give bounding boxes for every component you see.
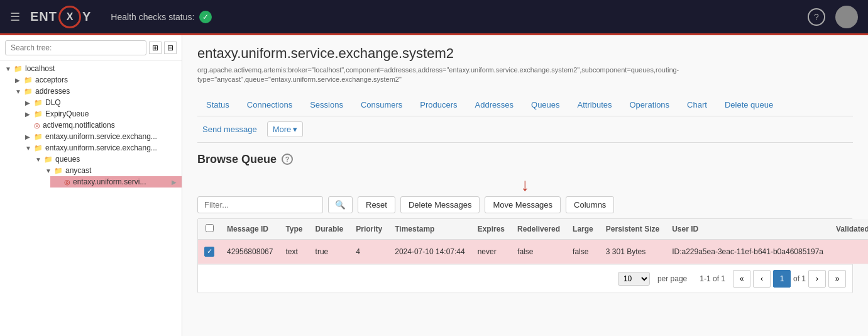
- help-icon[interactable]: ?: [808, 8, 825, 26]
- filter-input[interactable]: [197, 196, 323, 213]
- tab-delete-queue[interactable]: Delete queue: [716, 95, 782, 116]
- delete-messages-button[interactable]: Delete Messages: [400, 196, 480, 213]
- sidebar-item-localhost[interactable]: ▼ 📁 localhost: [0, 63, 182, 74]
- sidebar-item-acceptors[interactable]: ▶ 📁 acceptors: [10, 74, 182, 86]
- sidebar-item-addresses[interactable]: ▼ 📁 addresses: [10, 86, 182, 97]
- addresses-children: ▶ 📁 DLQ ▶ 📁 ExpiryQueue ▶ ◎ activemq: [10, 97, 182, 188]
- search-input[interactable]: [5, 40, 146, 55]
- caret-icon: ▶: [25, 111, 34, 118]
- folder-icon: 📁: [14, 65, 23, 73]
- page-range: 1-1 of 1: [700, 274, 725, 283]
- down-arrow-icon: ↓: [521, 176, 530, 194]
- localhost-children: ▶ 📁 acceptors ▼ 📁 addresses ▶ 📁 DLQ: [0, 74, 182, 188]
- browse-queue-title: Browse Queue ?: [197, 153, 853, 166]
- search-button[interactable]: 🔍: [328, 196, 353, 213]
- pagination-row: 10 20 50 100 per page 1-1 of 1 « ‹ 1 of …: [198, 264, 852, 293]
- sidebar-item-active-queue[interactable]: ▶ ◎ entaxy.uniform.servi... ▶: [50, 176, 182, 188]
- row-type: text: [279, 239, 309, 264]
- sidebar-item-label: entaxy.uniform.servi...: [73, 177, 146, 186]
- table-header-row: Message ID Type Durable Priority Timesta…: [198, 219, 868, 240]
- health-check-icon: ✓: [199, 11, 212, 23]
- tab-addresses[interactable]: Addresses: [466, 95, 522, 116]
- row-persistent-size: 3 301 Bytes: [600, 239, 666, 264]
- columns-button[interactable]: Columns: [566, 196, 614, 213]
- queues-children: ▼ 📁 anycast ▶ ◎ entaxy.uniform.servi...: [30, 165, 182, 188]
- first-page-button[interactable]: «: [733, 270, 750, 288]
- column-checkbox: [198, 219, 221, 240]
- arrow-indicator: ↓: [197, 176, 853, 194]
- tabs-row: Status Connections Sessions Consumers Pr…: [197, 95, 853, 116]
- page-title: entaxy.uniform.service.exchange.system2: [197, 45, 853, 62]
- next-page-button[interactable]: ›: [808, 270, 826, 288]
- sidebar-item-expiryqueue[interactable]: ▶ 📁 ExpiryQueue: [20, 108, 182, 120]
- caret-icon: ▶: [25, 133, 34, 140]
- folder-icon: 📁: [24, 76, 33, 84]
- tab-producers[interactable]: Producers: [411, 95, 466, 116]
- more-dropdown-button[interactable]: More ▾: [267, 121, 304, 137]
- tab-chart[interactable]: Chart: [678, 95, 716, 116]
- select-all-checkbox[interactable]: [206, 224, 214, 232]
- collapse-tree-button[interactable]: ⊟: [164, 42, 177, 54]
- chevron-right-icon: ▶: [172, 179, 177, 186]
- sidebar-item-anycast[interactable]: ▼ 📁 anycast: [40, 165, 182, 176]
- tab-queues[interactable]: Queues: [522, 95, 569, 116]
- folder-icon: 📁: [34, 110, 43, 118]
- sidebar-item-label: queues: [55, 155, 80, 164]
- caret-icon: ▶: [15, 77, 24, 84]
- prev-page-button[interactable]: ‹: [753, 270, 771, 288]
- folder-icon: 📁: [24, 87, 33, 96]
- column-type: Type: [279, 219, 309, 240]
- move-messages-button[interactable]: Move Messages: [485, 196, 561, 213]
- tab-attributes[interactable]: Attributes: [569, 95, 621, 116]
- file-icon: ◎: [64, 178, 70, 186]
- sidebar-item-entaxy-1[interactable]: ▶ 📁 entaxy.uniform.service.exchang...: [20, 131, 182, 142]
- avatar[interactable]: [835, 6, 858, 28]
- tab-connections[interactable]: Connections: [238, 95, 301, 116]
- per-page-label: per page: [657, 274, 687, 283]
- per-page-select[interactable]: 10 20 50 100: [618, 272, 650, 286]
- caret-icon: ▼: [5, 65, 14, 72]
- sidebar-item-entaxy-2[interactable]: ▼ 📁 entaxy.uniform.service.exchang...: [20, 142, 182, 154]
- reset-button[interactable]: Reset: [358, 196, 395, 213]
- chevron-down-icon: ▾: [293, 125, 297, 134]
- content-area: entaxy.uniform.service.exchange.system2 …: [182, 35, 868, 336]
- column-redelivered: Redelivered: [511, 219, 566, 240]
- tab-row-2: Send message More ▾: [197, 116, 853, 143]
- sidebar-item-label: DLQ: [45, 98, 61, 107]
- column-timestamp: Timestamp: [388, 219, 471, 240]
- sidebar-item-dlq[interactable]: ▶ 📁 DLQ: [20, 97, 182, 108]
- health-status: Health checks status: ✓: [111, 11, 212, 23]
- messages-table: Message ID Type Durable Priority Timesta…: [198, 219, 868, 264]
- sidebar-item-label: acceptors: [35, 76, 68, 84]
- row-priority: 4: [349, 239, 388, 264]
- column-user-id: User ID: [666, 219, 830, 240]
- caret-icon: ▼: [35, 156, 44, 163]
- browse-queue-help-icon[interactable]: ?: [282, 154, 293, 165]
- tree-root: ▼ 📁 localhost ▶ 📁 acceptors ▼ 📁 addresse…: [0, 61, 182, 189]
- tab-status[interactable]: Status: [197, 95, 238, 116]
- send-message-link[interactable]: Send message: [197, 122, 262, 137]
- logo: ENT X Y: [30, 6, 91, 28]
- row-validated-user: [830, 239, 868, 264]
- tab-sessions[interactable]: Sessions: [301, 95, 352, 116]
- logo-circle-letter: X: [67, 11, 74, 23]
- sidebar-search-bar: ⊞ ⊟: [0, 35, 182, 61]
- logo-text-part1: ENT: [30, 9, 57, 24]
- current-page-button[interactable]: 1: [773, 270, 791, 288]
- last-page-button[interactable]: »: [828, 270, 846, 288]
- health-label: Health checks status:: [111, 12, 194, 22]
- messages-table-wrapper: Message ID Type Durable Priority Timesta…: [197, 218, 853, 293]
- sidebar-item-label: activemq.notifications: [43, 121, 115, 130]
- of-pages-label: of 1: [793, 274, 806, 283]
- search-icon: 🔍: [335, 200, 346, 210]
- caret-icon: ▼: [15, 88, 24, 95]
- tab-consumers[interactable]: Consumers: [352, 95, 411, 116]
- sidebar-item-label: ExpiryQueue: [45, 109, 89, 118]
- row-checkbox[interactable]: ✓: [204, 247, 214, 257]
- tab-operations[interactable]: Operations: [621, 95, 679, 116]
- menu-icon[interactable]: ☰: [10, 10, 20, 24]
- row-user-id: ID:a229a5ea-3eac-11ef-b641-b0a46085197a: [666, 239, 830, 264]
- sidebar-item-activemq-notifications[interactable]: ▶ ◎ activemq.notifications: [20, 120, 182, 131]
- expand-tree-button[interactable]: ⊞: [149, 42, 162, 54]
- sidebar-item-queues[interactable]: ▼ 📁 queues: [30, 154, 182, 165]
